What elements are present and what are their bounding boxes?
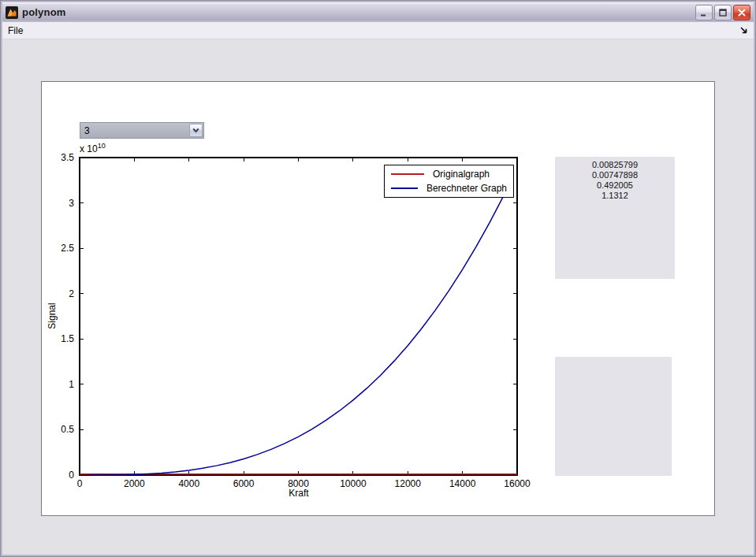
y-axis-exponent-label: x 1010 [80, 142, 106, 154]
legend-line-sample [391, 173, 424, 175]
svg-text:0: 0 [77, 478, 83, 489]
svg-text:2: 2 [69, 288, 74, 299]
dropdown-arrow-button[interactable] [189, 124, 203, 137]
legend-entry: Originalgraph [385, 167, 513, 181]
svg-text:10000: 10000 [340, 478, 367, 489]
svg-text:0: 0 [69, 470, 74, 481]
degree-dropdown[interactable]: 3 [80, 122, 204, 139]
chevron-down-icon [191, 125, 201, 136]
minimize-icon [699, 8, 709, 17]
matlab-app-icon [6, 6, 18, 19]
svg-text:3.5: 3.5 [61, 152, 74, 163]
svg-text:14000: 14000 [449, 478, 476, 489]
svg-text:3: 3 [69, 198, 74, 209]
plot-legend[interactable]: OriginalgraphBerechneter Graph [384, 165, 514, 198]
legend-line-sample [391, 188, 418, 189]
legend-label: Originalgraph [433, 169, 490, 180]
maximize-button[interactable] [714, 5, 732, 20]
minimize-button[interactable] [695, 5, 713, 20]
y-axis-label: Signal [47, 303, 58, 329]
app-window: polynom File [0, 0, 756, 557]
close-icon [737, 8, 747, 17]
empty-panel[interactable] [555, 357, 672, 476]
figure-canvas: 020004000600080001000012000140001600000.… [41, 81, 715, 516]
window-title: polynom [22, 6, 66, 18]
svg-text:16000: 16000 [504, 478, 531, 489]
title-bar[interactable]: polynom [2, 2, 754, 22]
coefficients-panel[interactable]: 0.00825799 0.00747898 0.492005 1.1312 [555, 157, 675, 279]
svg-text:2.5: 2.5 [61, 243, 74, 254]
svg-text:6000: 6000 [233, 478, 255, 489]
svg-text:0.5: 0.5 [61, 424, 74, 435]
dock-arrow-icon[interactable] [739, 25, 749, 35]
svg-text:1.5: 1.5 [61, 333, 74, 344]
svg-text:12000: 12000 [395, 478, 422, 489]
coefficient-value: 0.00825799 [555, 160, 675, 170]
legend-label: Berechneter Graph [426, 183, 507, 194]
coefficient-value: 0.00747898 [555, 170, 675, 180]
svg-text:1: 1 [69, 379, 74, 390]
degree-dropdown-value: 3 [80, 125, 189, 136]
coefficient-value: 1.1312 [555, 191, 675, 201]
x-axis-label: Kraft [263, 488, 335, 499]
menu-item-file[interactable]: File [2, 24, 28, 38]
coefficient-value: 0.492005 [555, 180, 675, 191]
svg-text:4000: 4000 [178, 478, 199, 489]
maximize-icon [718, 8, 728, 17]
menu-bar: File [2, 22, 754, 39]
legend-entry: Berechneter Graph [385, 181, 513, 195]
svg-text:2000: 2000 [124, 478, 145, 489]
close-button[interactable] [733, 5, 750, 20]
